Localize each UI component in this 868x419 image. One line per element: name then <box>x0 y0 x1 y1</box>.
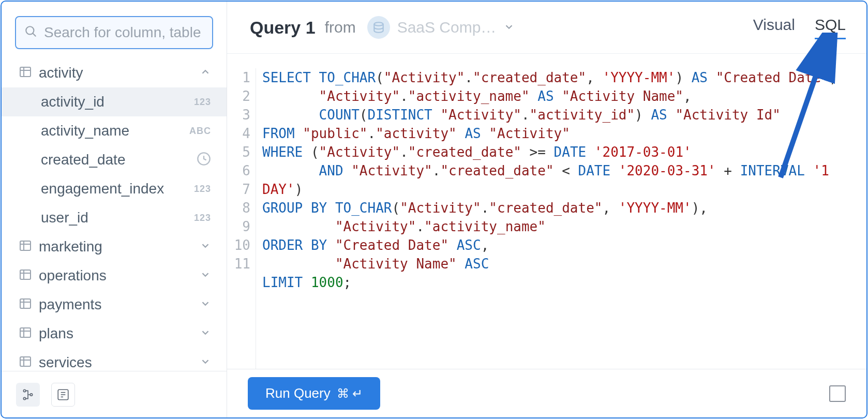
svg-point-21 <box>23 390 25 392</box>
table-operations[interactable]: operations <box>2 261 227 290</box>
table-label: payments <box>39 296 200 313</box>
column-label: activity_name <box>19 123 189 139</box>
code-area[interactable]: SELECT TO_CHAR("Activity"."created_date"… <box>256 68 866 369</box>
column-engagement_index[interactable]: engagement_index123 <box>2 174 227 203</box>
schema-view-button[interactable] <box>16 383 40 407</box>
sql-editor[interactable]: 1 2 3 4 5 6 7 8 9 10 11 SELECT TO_CHAR("… <box>227 54 866 369</box>
query-footer: Run Query ⌘ ↵ <box>227 369 866 417</box>
search-box[interactable] <box>15 16 213 49</box>
table-marketing[interactable]: marketing <box>2 232 227 261</box>
schema-tree: activityactivity_id123activity_nameABCcr… <box>2 55 227 371</box>
chevron-up-icon <box>200 66 211 80</box>
table-label: activity <box>39 65 200 81</box>
svg-rect-18 <box>20 357 31 366</box>
query-title[interactable]: Query 1 <box>250 18 316 38</box>
table-icon <box>19 240 32 253</box>
schema-sidebar: activityactivity_id123activity_nameABCcr… <box>2 2 227 417</box>
svg-rect-15 <box>20 328 31 337</box>
table-label: operations <box>39 267 200 284</box>
table-icon <box>19 356 32 369</box>
run-query-button[interactable]: Run Query ⌘ ↵ <box>248 377 380 410</box>
svg-rect-12 <box>20 299 31 308</box>
clock-icon <box>197 152 211 168</box>
database-selector[interactable]: SaaS Comp… <box>367 16 515 39</box>
chevron-down-icon <box>200 356 211 369</box>
search-icon <box>24 25 38 40</box>
run-label: Run Query <box>265 385 331 401</box>
svg-line-1 <box>33 33 35 36</box>
table-icon <box>19 66 32 80</box>
column-created_date[interactable]: created_date <box>2 145 227 174</box>
table-label: services <box>39 354 200 371</box>
chevron-down-icon <box>200 240 211 253</box>
column-activity_name[interactable]: activity_nameABC <box>2 116 227 145</box>
table-payments[interactable]: payments <box>2 290 227 319</box>
svg-rect-9 <box>20 270 31 279</box>
column-user_id[interactable]: user_id123 <box>2 203 227 232</box>
query-header: Query 1 from SaaS Comp… Visual SQL <box>227 2 866 53</box>
chevron-down-icon <box>200 327 211 340</box>
chevron-down-icon <box>200 269 211 282</box>
app-frame: activityactivity_id123activity_nameABCcr… <box>1 1 867 418</box>
svg-point-23 <box>30 393 32 395</box>
tab-sql[interactable]: SQL <box>815 16 846 39</box>
search-input[interactable] <box>44 24 204 41</box>
sidebar-footer <box>2 371 227 417</box>
type-badge: 123 <box>194 184 211 194</box>
column-label: engagement_index <box>19 181 194 197</box>
table-plans[interactable]: plans <box>2 319 227 348</box>
column-label: activity_id <box>19 94 194 110</box>
editor-mode-tabs: Visual SQL <box>753 16 846 39</box>
svg-rect-6 <box>20 241 31 250</box>
table-icon <box>19 327 32 340</box>
type-badge: ABC <box>189 126 211 137</box>
column-label: created_date <box>19 152 197 168</box>
main-panel: Query 1 from SaaS Comp… Visual SQL 1 2 3… <box>227 2 866 417</box>
type-badge: 123 <box>194 97 211 108</box>
table-icon <box>19 298 32 311</box>
chevron-down-icon <box>503 19 515 36</box>
table-services[interactable]: services <box>2 348 227 371</box>
column-activity_id[interactable]: activity_id123 <box>2 87 227 116</box>
type-badge: 123 <box>194 213 211 223</box>
svg-point-22 <box>23 397 25 399</box>
settings-view-button[interactable] <box>51 383 75 407</box>
table-label: plans <box>39 325 200 342</box>
column-label: user_id <box>19 210 194 226</box>
table-icon <box>19 269 32 282</box>
chevron-down-icon <box>200 298 211 311</box>
run-shortcut: ⌘ ↵ <box>337 386 363 401</box>
svg-rect-2 <box>20 67 31 77</box>
table-label: marketing <box>39 238 200 255</box>
svg-point-28 <box>374 22 383 26</box>
expand-button[interactable] <box>829 385 846 402</box>
line-gutter: 1 2 3 4 5 6 7 8 9 10 11 <box>227 68 256 369</box>
tab-visual[interactable]: Visual <box>753 16 795 39</box>
database-name: SaaS Comp… <box>397 19 497 36</box>
database-icon <box>367 16 390 39</box>
search-wrap <box>2 2 227 55</box>
from-label: from <box>325 19 356 36</box>
table-activity[interactable]: activity <box>2 58 227 87</box>
